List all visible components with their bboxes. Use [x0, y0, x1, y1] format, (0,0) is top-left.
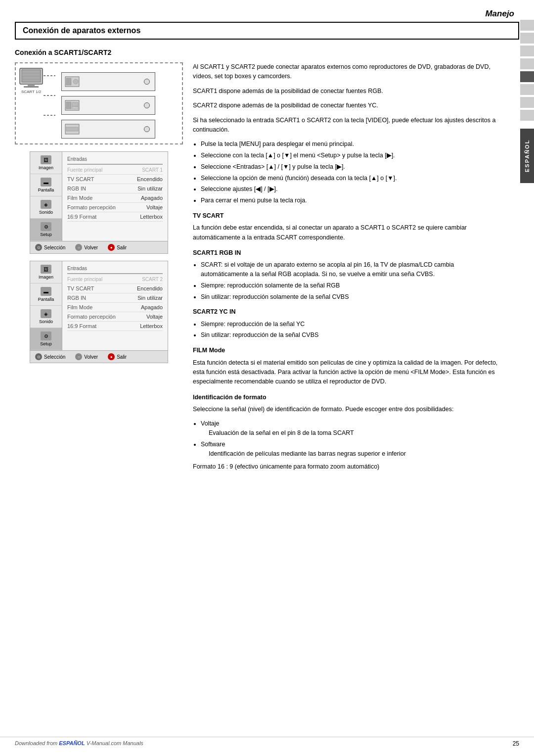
scart1rgb-title: SCART1 RGB IN — [193, 248, 499, 258]
id-bullet-software: Software Identificación de películas med… — [201, 440, 499, 459]
filmmode-title: FILM Mode — [193, 346, 499, 355]
menu-row-tvscart-1: TV SCART Encendido — [67, 175, 163, 184]
volver-icon-1: ○ — [75, 244, 82, 251]
menu-footer-1: ⊙ Selección ○ Volver ● Salir — [30, 241, 168, 253]
salir-icon-1: ● — [108, 244, 115, 251]
bullet-4: Seleccione la opción de menú (función) d… — [201, 174, 499, 183]
sidebar-item-imagen-1: 🖼 Imagen — [30, 152, 62, 174]
svg-rect-3 — [24, 86, 39, 88]
device-diagram: SCART 1/2 — [15, 62, 183, 144]
menu-row-169-2: 16:9 Format Letterbox — [67, 322, 163, 331]
ext-devices — [61, 68, 177, 139]
menu-sidebar-2: 🖼 Imagen ▬ Pantalla ◈ Sonido ⚙ Setup — [30, 261, 62, 350]
menu-row-formato-2: Formato percepción Voltaje — [67, 312, 163, 322]
scart2yc-title: SCART2 YC IN — [193, 307, 499, 317]
bullet-3: Seleccione <Entradas> [▲] / [▼] y pulse … — [201, 162, 499, 172]
menu-row-rgbin-2: RGB IN Sin utilizar — [67, 293, 163, 303]
menu-panel-2: 🖼 Imagen ▬ Pantalla ◈ Sonido ⚙ Setup — [30, 261, 168, 363]
bullet-2: Seleccione con la tecla [▲] o [▼] el men… — [201, 151, 499, 160]
main-bullets: Pulse la tecla [MENU] para desplegar el … — [201, 140, 499, 205]
sidebar-item-imagen-2: 🖼 Imagen — [30, 261, 62, 284]
formato-16-9: Formato 16 : 9 (efectivo únicamente para… — [193, 462, 499, 472]
salir-icon-2: ● — [108, 353, 115, 360]
setup-icon-2: ⚙ — [41, 331, 51, 340]
volver-icon-2: ○ — [75, 353, 82, 360]
imagen-icon-2: 🖼 — [41, 265, 51, 274]
identificacion-title: Identificación de formato — [193, 393, 499, 402]
sidebar-item-pantalla-1: ▬ Pantalla — [30, 174, 62, 196]
main-content-area: SCART 1/2 — [0, 62, 519, 477]
menu-empty-2 — [67, 331, 163, 346]
scart2yc-bullets: Siempre: reproducción de la señal YC Sin… — [201, 320, 499, 340]
intro-para-3: SCART2 dispone además de la posibilidad … — [193, 101, 499, 110]
footer-left: Downloaded from ESPAÑOL V-Manual.com Man… — [15, 740, 143, 747]
scart2-bullet-1: Sin utilizar: reproducción de la señal C… — [201, 331, 499, 340]
section-title-text: Conexión de aparatos externos — [23, 26, 140, 35]
side-tab-strip — [520, 20, 534, 121]
sidebar-item-sonido-2: ◈ Sonido — [30, 306, 62, 328]
tvscart-title: TV SCART — [193, 211, 499, 221]
diagram-wrapper: SCART 1/2 — [15, 62, 183, 151]
tab-8 — [520, 110, 534, 121]
ext-device-2 — [61, 96, 155, 115]
sub-section-title: Conexión a SCART1/SCART2 — [15, 48, 519, 56]
tv-icon: SCART 1/2 — [19, 67, 44, 94]
section-title: Conexión de aparatos externos — [15, 22, 519, 40]
tvscart-text: La función debe estar encendida, si al c… — [193, 223, 499, 242]
software-detail: Identificación de películas mediante las… — [209, 449, 499, 459]
ext-device-1 — [61, 72, 155, 91]
tab-7 — [520, 97, 534, 108]
svg-rect-18 — [66, 127, 78, 131]
svg-rect-16 — [72, 107, 78, 109]
seleccion-icon-2: ⊙ — [35, 353, 42, 360]
tab-1 — [520, 20, 534, 31]
sidebar-item-sonido-1: ◈ Sonido — [30, 196, 62, 219]
menu-header-1: Entradas — [67, 155, 163, 165]
page-footer: Downloaded from ESPAÑOL V-Manual.com Man… — [0, 737, 534, 747]
bullet-5: Seleccione ajustes [◀] / [▶]. — [201, 185, 499, 194]
menu-row-tvscart-2: TV SCART Encendido — [67, 284, 163, 293]
menu-row-rgbin-1: RGB IN Sin utilizar — [67, 184, 163, 193]
sonido-icon-1: ◈ — [41, 200, 51, 209]
bullet-1: Pulse la tecla [MENU] para desplegar el … — [201, 140, 499, 149]
tab-4 — [520, 58, 534, 69]
scart1rgb-bullets: SCART: si el voltaje de un aparato exter… — [201, 260, 499, 301]
menu-footer-2: ⊙ Selección ○ Volver ● Salir — [30, 350, 168, 363]
intro-para-2: SCART1 dispone además de la posibilidad … — [193, 87, 499, 96]
menu-row-filmmode-2: Film Mode Apagado — [67, 303, 163, 312]
pantalla-icon-2: ▬ — [41, 287, 51, 296]
menu-source-row-2: Fuente principal SCART 2 — [67, 275, 163, 284]
svg-rect-15 — [72, 102, 78, 106]
imagen-icon-1: 🖼 — [41, 155, 51, 164]
menu-empty-1 — [67, 222, 163, 236]
svg-rect-11 — [66, 78, 71, 85]
seleccion-icon-1: ⊙ — [35, 244, 42, 251]
tab-5 — [520, 71, 534, 82]
svg-rect-1 — [22, 70, 41, 82]
menu-main-1: Entradas Fuente principal SCART 1 TV SCA… — [62, 152, 168, 239]
intro-para-1: Al SCART1 y SCART2 puede conectar aparat… — [193, 62, 499, 82]
device-knob-3 — [144, 126, 150, 132]
identificacion-bullets: Voltaje Evaluación de la señal en el pin… — [201, 419, 499, 458]
pantalla-icon-1: ▬ — [41, 178, 51, 187]
device-knob-1 — [144, 79, 150, 85]
scart1-bullet-0: SCART: si el voltaje de un aparato exter… — [201, 260, 499, 279]
sidebar-item-pantalla-2: ▬ Pantalla — [30, 284, 62, 306]
menu-panel-1: 🖼 Imagen ▬ Pantalla ◈ Sonido ⚙ Setup — [30, 151, 168, 254]
menu-sidebar-1: 🖼 Imagen ▬ Pantalla ◈ Sonido ⚙ Setup — [30, 152, 62, 241]
filmmode-text: Esta función detecta si el material emit… — [193, 358, 499, 387]
menu-main-2: Entradas Fuente principal SCART 2 TV SCA… — [62, 261, 168, 349]
device-knob-2 — [144, 102, 150, 108]
voltaje-detail: Evaluación de la señal en el pin 8 de la… — [209, 428, 499, 438]
svg-rect-2 — [28, 84, 35, 86]
sonido-icon-2: ◈ — [41, 309, 51, 318]
left-column: SCART 1/2 — [15, 62, 183, 477]
svg-point-12 — [73, 79, 78, 84]
menu-row-filmmode-1: Film Mode Apagado — [67, 193, 163, 203]
identificacion-intro: Seleccione la señal (nivel) de identific… — [193, 405, 499, 414]
menu-header-2: Entradas — [67, 264, 163, 274]
scart1-bullet-2: Sin utilizar: reproducción solamente de … — [201, 292, 499, 302]
id-bullet-voltaje: Voltaje Evaluación de la señal en el pin… — [201, 419, 499, 438]
middle-para: Si ha seleccionado la entrada SCART1 o S… — [193, 116, 499, 135]
footer-salir-1: ● Salir — [108, 244, 127, 251]
